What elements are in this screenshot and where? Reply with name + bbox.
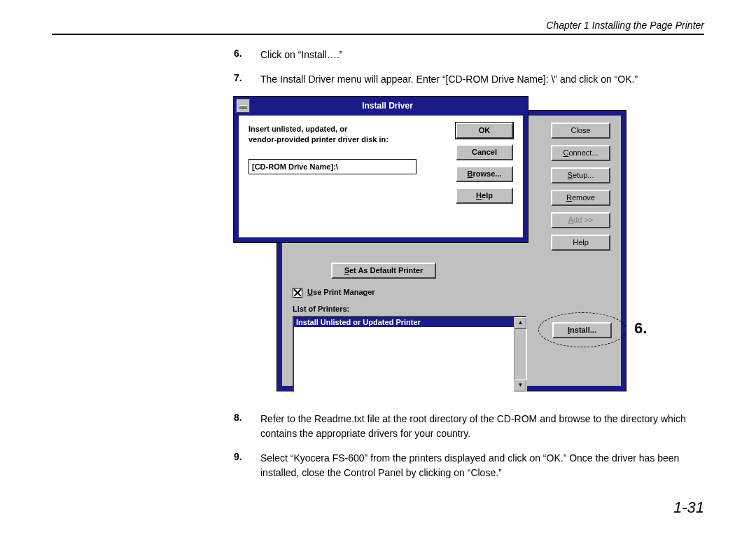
add-rest: dd >> [573,216,593,224]
install-callout: Install... [540,314,625,346]
step-7-num: 7. [52,72,255,87]
system-menu-icon[interactable] [237,99,250,113]
dialog-prompt: Insert unlisted, updated, or vendor-prov… [248,124,388,146]
step-8-num: 8. [52,412,255,441]
set-default-printer-button[interactable]: Set As Default Printer [331,263,436,279]
browse-mnemonic: B [468,169,473,178]
default-mnemonic: S [344,266,349,275]
setup-button[interactable]: Setup... [551,167,610,183]
connect-button[interactable]: Connect... [551,145,610,161]
connect-rest: onnect... [568,148,598,157]
install-button[interactable]: Install... [552,322,612,338]
setup-rest: etup... [573,171,594,179]
step-8-text: Refer to the Readme.txt file at the root… [255,412,704,441]
help-button[interactable]: Help [551,235,610,251]
prompt-line-2: vendor-provided printer driver disk in: [248,135,388,144]
list-item[interactable]: Install Unlisted or Updated Printer [294,317,526,327]
browse-button[interactable]: Browse... [456,166,513,182]
remove-mnemonic: R [566,193,572,202]
printers-side-buttons: Close Connect... Setup... Remove Add >> … [551,123,610,257]
setup-mnemonic: S [568,171,573,179]
remove-button[interactable]: Remove [551,190,610,206]
step-6: 6. Click on “Install….” [52,48,704,62]
cancel-button[interactable]: Cancel [456,144,513,160]
install-driver-dialog: Install Driver Insert unlisted, updated,… [234,97,528,242]
install-rest: nstall... [570,326,596,334]
step-6-num: 6. [52,48,255,62]
step-8: 8. Refer to the Readme.txt file at the r… [52,412,704,441]
dialog-body: Insert unlisted, updated, or vendor-prov… [237,113,525,239]
step-7: 7. The Install Driver menu will appear. … [52,72,704,87]
drive-path-input[interactable] [248,159,416,174]
help-mnemonic: H [476,191,482,200]
remove-rest: emove [572,193,595,202]
add-mnemonic: A [568,216,573,224]
dialog-help-button[interactable]: Help [456,188,513,204]
step-9-num: 9. [52,451,255,480]
page-number: 1-31 [673,499,704,517]
add-button: Add >> [551,212,610,228]
callout-number: 6. [634,319,647,338]
default-rest: et As Default Printer [349,266,423,275]
list-of-printers-label: List of Printers: [293,305,349,313]
screenshot: Close Connect... Setup... Remove Add >> … [234,97,654,398]
scroll-down-button[interactable]: ▼ [514,380,526,391]
dialog-title-bar[interactable]: Install Driver [237,99,525,113]
upm-mnemonic: U [307,288,313,296]
printers-listbox[interactable]: Install Unlisted or Updated Printer ▲ ▼ [293,316,527,393]
close-button[interactable]: Close [551,123,610,139]
upm-rest: se Print Manager [313,288,375,296]
prompt-line-1: Insert unlisted, updated, or [248,125,347,133]
step-6-text: Click on “Install….” [255,48,342,62]
dialog-buttons: OK Cancel Browse... Help [456,123,513,209]
step-7-text: The Install Driver menu will appear. Ent… [255,72,638,87]
ok-button[interactable]: OK [456,123,513,139]
header-rule [52,34,704,35]
step-9: 9. Select “Kyocera FS-600” from the prin… [52,451,704,480]
dialog-title: Install Driver [250,99,525,113]
chapter-header: Chapter 1 Installing the Page Printer [52,20,704,34]
scroll-up-button[interactable]: ▲ [514,317,526,329]
step-9-text: Select “Kyocera FS-600” from the printer… [255,451,704,480]
use-print-manager-checkbox[interactable] [293,288,302,298]
listbox-scrollbar[interactable]: ▲ ▼ [514,317,526,391]
use-print-manager-row[interactable]: Use Print Manager [293,288,375,298]
